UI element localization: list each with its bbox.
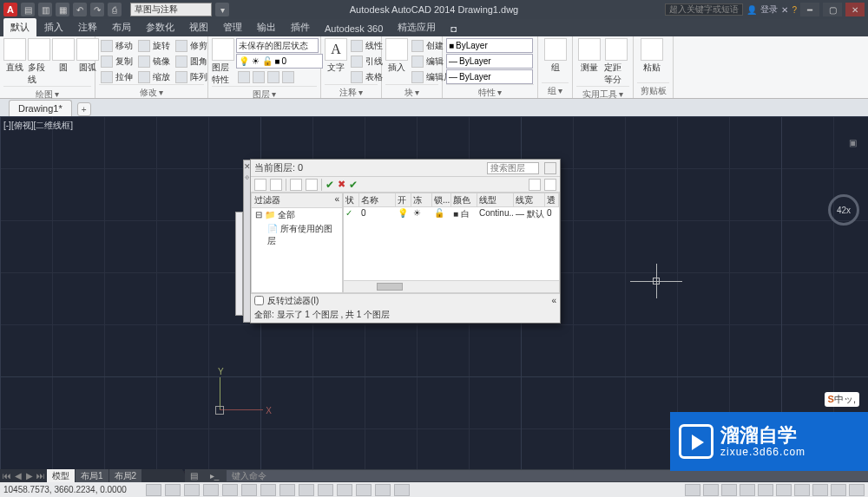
tab-a360[interactable]: Autodesk 360 xyxy=(318,21,390,36)
lineweight-combo[interactable]: — ByLayer xyxy=(446,54,533,69)
col-on[interactable]: 开 xyxy=(396,193,411,206)
group-button[interactable]: 组 xyxy=(542,38,569,74)
fillet-button[interactable]: 圆角 xyxy=(174,54,209,69)
apply-icon[interactable]: ✔ xyxy=(349,179,358,191)
move-button[interactable]: 移动 xyxy=(99,38,135,53)
minimize-button[interactable]: ━ xyxy=(800,3,819,16)
snap-toggle[interactable] xyxy=(146,484,161,496)
refresh-icon[interactable] xyxy=(529,179,541,191)
mirror-button[interactable]: 镜像 xyxy=(136,54,172,69)
ime-badge[interactable]: S中ッ, xyxy=(825,392,859,407)
cmd-history-icon[interactable]: ▤ xyxy=(185,471,202,481)
col-status[interactable]: 状 xyxy=(344,193,359,206)
annovis-icon[interactable] xyxy=(758,484,773,496)
col-lweight[interactable]: 线宽 xyxy=(514,193,545,206)
annoauto-icon[interactable] xyxy=(776,484,792,496)
lwt-toggle[interactable] xyxy=(318,484,333,496)
table-button[interactable]: 表格 xyxy=(349,69,385,84)
workspace-combo[interactable]: 草图与注释 xyxy=(130,3,212,16)
scale-button[interactable]: 缩放 xyxy=(136,69,172,84)
signin-icon[interactable]: 👤 xyxy=(746,5,757,15)
doc-tab-drawing1[interactable]: Drawing1* xyxy=(9,100,72,116)
mlt-next-icon[interactable]: ▶ xyxy=(24,471,35,481)
qat-print-icon[interactable]: ⎙ xyxy=(108,3,122,16)
quickview-layouts-icon[interactable] xyxy=(703,484,719,496)
panel-clip-label[interactable]: 剪贴板 xyxy=(637,82,669,98)
signin-label[interactable]: 登录 xyxy=(760,3,778,16)
divide-button[interactable]: 定距等分 xyxy=(604,38,630,86)
close-button[interactable]: ✕ xyxy=(845,3,865,16)
col-color[interactable]: 颜色 xyxy=(451,193,477,206)
ws-switch-icon[interactable] xyxy=(794,484,810,496)
command-line[interactable]: ▤ ▸_ 键入命令 xyxy=(185,469,868,482)
coords-readout[interactable]: 10458.7573, 3660.2234, 0.0000 xyxy=(3,485,142,494)
line-button[interactable]: 直线 xyxy=(3,38,26,74)
panel-modify-label[interactable]: 修改 ▾ xyxy=(99,84,204,100)
tab-view[interactable]: 视图 xyxy=(182,18,215,36)
tab-annotate[interactable]: 注释 xyxy=(71,18,104,36)
layer-columns[interactable]: 状 名称 开 冻结 锁... 颜色 线型 线宽 透明 xyxy=(344,193,559,207)
mlt-last-icon[interactable]: ⏭ xyxy=(36,471,46,481)
row-lock-icon[interactable]: 🔓 xyxy=(432,207,451,220)
panel-annot-label[interactable]: 注释 ▾ xyxy=(325,84,378,100)
app-icon[interactable]: A xyxy=(3,3,17,16)
dialog-pin-icon[interactable]: ⟐ xyxy=(245,173,249,181)
nav-wheel[interactable]: 42x xyxy=(828,194,859,226)
ortho-toggle[interactable] xyxy=(184,484,200,496)
linetype-combo[interactable]: — ByLayer xyxy=(446,69,533,84)
tab-manage[interactable]: 管理 xyxy=(216,18,249,36)
tab-parametric[interactable]: 参数化 xyxy=(139,18,181,36)
viewport-label[interactable]: [-][俯视][二维线框] xyxy=(3,120,73,132)
panel-group-label[interactable]: 组 ▾ xyxy=(542,82,569,98)
annoscale-icon[interactable] xyxy=(740,484,755,496)
am-toggle[interactable] xyxy=(394,484,410,496)
measure-button[interactable]: 测量 xyxy=(576,38,602,74)
dyn-toggle[interactable] xyxy=(299,484,314,496)
delete-layer-icon[interactable]: ✖ xyxy=(338,179,345,190)
dialog-close-icon[interactable]: ✕ xyxy=(244,162,251,171)
layout1-tab[interactable]: 布局1 xyxy=(76,469,108,483)
row-name[interactable]: 0 xyxy=(359,207,396,220)
row-on-icon[interactable]: 💡 xyxy=(396,207,411,220)
tab-output[interactable]: 输出 xyxy=(250,18,283,36)
filter-tree[interactable]: 过滤器« ⊟ 📁 全部 📄 所有使用的图层 xyxy=(251,193,343,293)
layout2-tab[interactable]: 布局2 xyxy=(109,469,142,483)
model-toggle[interactable] xyxy=(685,484,700,496)
row-lw[interactable]: — 默认 xyxy=(514,207,545,220)
hw-accel-icon[interactable] xyxy=(812,484,828,496)
tab-plugins[interactable]: 插件 xyxy=(284,18,317,36)
qat-open-icon[interactable]: ▥ xyxy=(38,3,52,16)
row-color[interactable]: ■ 白 xyxy=(451,207,477,220)
scrollbar-thumb[interactable] xyxy=(377,283,403,291)
ucs-icon[interactable]: Y X xyxy=(220,377,263,421)
exchange-icon[interactable]: ✕ xyxy=(781,5,788,15)
filter-all[interactable]: ⊟ 📁 全部 xyxy=(252,208,342,222)
settings-icon[interactable] xyxy=(544,162,556,174)
3dosnap-toggle[interactable] xyxy=(241,484,257,496)
new-layer-icon[interactable] xyxy=(254,179,266,191)
mlt-prev-icon[interactable]: ◀ xyxy=(13,471,23,481)
col-freeze[interactable]: 冻结 xyxy=(411,193,432,206)
layer-combo[interactable]: 💡 ☀ 🔓 ■ 0 xyxy=(236,54,323,69)
layerstate-combo[interactable]: 未保存的图层状态 xyxy=(236,38,319,53)
text-button[interactable]: A文字 xyxy=(325,38,347,74)
tab-featured[interactable]: 精选应用 xyxy=(391,18,443,36)
row-freeze-icon[interactable]: ☀ xyxy=(411,207,432,220)
sc-toggle[interactable] xyxy=(375,484,391,496)
grid-toggle[interactable] xyxy=(165,484,181,496)
leader-button[interactable]: 引线 xyxy=(349,54,385,69)
qat-undo-icon[interactable]: ↶ xyxy=(73,3,87,16)
copy-button[interactable]: 复制 xyxy=(99,54,135,69)
isolate-icon[interactable] xyxy=(831,484,846,496)
dim-linear-button[interactable]: 线性 xyxy=(349,38,385,53)
tab-extra-icon[interactable]: ◘ xyxy=(444,21,464,36)
array-button[interactable]: 阵列 xyxy=(174,69,209,84)
col-lock[interactable]: 锁... xyxy=(432,193,451,206)
qat-save-icon[interactable]: ▦ xyxy=(56,3,69,16)
workspace-dropdown-icon[interactable]: ▾ xyxy=(215,3,229,16)
command-input[interactable]: 键入命令 xyxy=(227,470,868,481)
trim-button[interactable]: 修剪 xyxy=(174,38,209,53)
layer-list[interactable]: 状 名称 开 冻结 锁... 颜色 线型 线宽 透明 ✓ 0 💡 ☀ 🔓 ■ 白… xyxy=(343,193,560,293)
help-icon[interactable]: ? xyxy=(792,5,797,15)
layerprops-button[interactable]: 图层特性 xyxy=(212,38,234,86)
